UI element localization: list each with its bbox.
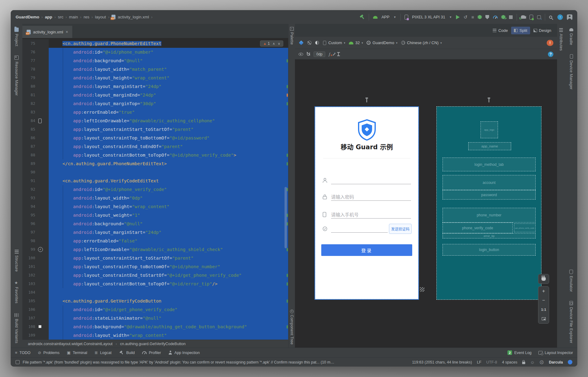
line-separator[interactable]: LF: [477, 360, 481, 364]
code-line[interactable]: 108 android:background="@drawable/authin…: [22, 322, 288, 331]
preview-account-field[interactable]: [322, 174, 411, 184]
tool-window-button-layout-inspector[interactable]: Layout Inspector: [538, 351, 573, 355]
tool-strip-item-device-manager[interactable]: Device Manager: [569, 54, 573, 89]
code-line[interactable]: 77 android:background="@null": [22, 56, 288, 65]
profiler-gauge-icon[interactable]: [493, 16, 498, 18]
code-line[interactable]: 88 app:layout_constraintBottom_toTopOf="…: [22, 151, 288, 159]
close-tab-icon[interactable]: ×: [66, 29, 68, 34]
run-button[interactable]: [456, 15, 460, 19]
tool-window-button-terminal[interactable]: ▣Terminal: [67, 351, 87, 355]
tool-window-toggle-icon[interactable]: [16, 360, 20, 364]
code-line[interactable]: 94 android:layout_height="wrap_content": [22, 202, 288, 211]
tool-strip-item-structure[interactable]: Structure: [14, 249, 19, 272]
blueprint-password[interactable]: password: [443, 190, 536, 200]
attach-debugger-icon[interactable]: [485, 15, 489, 19]
status-message[interactable]: File pattern '*.apk' (from 'bundled' plu…: [23, 360, 335, 364]
device-menu[interactable]: Custom ▾: [323, 40, 345, 45]
run-config-caret-icon[interactable]: ▼: [394, 16, 396, 19]
blueprint-phone_number[interactable]: phone_number: [443, 208, 536, 223]
blueprint-account[interactable]: account: [443, 175, 536, 190]
debug-button[interactable]: [478, 15, 481, 19]
tool-window-button-inspection[interactable]: App Inspection: [168, 351, 200, 355]
blueprint-app_name[interactable]: app_name: [468, 142, 511, 150]
tool-strip-item-emulator[interactable]: Emulator: [569, 270, 573, 292]
pan-hand-button[interactable]: [538, 274, 549, 284]
breadcrumb-item[interactable]: GuardDemo: [16, 15, 39, 19]
code-line[interactable]: 78 android:layout_width="match_parent": [22, 65, 288, 74]
preview-verify-code-field[interactable]: [322, 222, 388, 233]
blueprint-login_button[interactable]: login_button: [443, 244, 536, 256]
caret-position[interactable]: 119:63 (2051 chars, 44 line breaks): [412, 360, 472, 364]
guidelines-icon[interactable]: [338, 52, 339, 56]
build-hammer-icon[interactable]: [360, 14, 365, 20]
mode-code-button[interactable]: Code: [490, 27, 511, 34]
tool-strip-item-device-file-explorer[interactable]: Device File Explorer: [569, 301, 573, 343]
zoom-in-button[interactable]: +: [538, 287, 549, 296]
device-manager-icon[interactable]: [530, 15, 533, 20]
code-line[interactable]: 86 app:layout_constraintTop_toBottomOf="…: [22, 134, 288, 142]
tool-strip-item-resource-manager[interactable]: Resource Manager: [14, 55, 19, 96]
file-encoding[interactable]: UTF-8: [486, 360, 497, 364]
theme-menu[interactable]: GuardDemo ▾: [367, 40, 397, 45]
design-canvas[interactable]: 移动 Guard 示例 请输入密码 请输入手机号: [295, 59, 557, 348]
code-line[interactable]: 89 </cn.authing.guard.PhoneNumberEditTex…: [22, 159, 288, 168]
prev-problem-icon[interactable]: ∧: [273, 42, 275, 46]
tool-strip-item-favorites[interactable]: Favorites: [14, 281, 19, 303]
orientation-icon[interactable]: [307, 41, 311, 45]
code-line[interactable]: 90: [22, 168, 288, 177]
zoom-fit-button[interactable]: [538, 314, 549, 323]
blueprint-phone_verify_code[interactable]: phone_verify_code: [443, 223, 513, 233]
code-line[interactable]: 76 android:id="@+id/phone_number": [22, 48, 288, 56]
component-tree-tab[interactable]: Component Tree: [290, 310, 294, 345]
attributes-tab[interactable]: Attributes: [559, 28, 563, 51]
render-error-indicator[interactable]: !: [547, 40, 553, 46]
code-line[interactable]: 96 android:background="@null": [22, 219, 288, 228]
tool-window-button-profiler[interactable]: Profiler: [142, 351, 161, 355]
blueprint-app_logo[interactable]: app_logo: [481, 121, 498, 138]
tab-activity-login-xml[interactable]: activity_login.xml ×: [22, 26, 72, 38]
code-line[interactable]: 81 android:layout_marginEnd="24dp": [22, 91, 288, 99]
code-line[interactable]: 84 app:leftIconDrawable="@drawable/ic_au…: [22, 116, 288, 125]
xml-breadcrumb-parent[interactable]: androidx.constraintlayout.widget.Constra…: [28, 342, 113, 346]
tool-window-button-logcat[interactable]: ≣Logcat: [95, 351, 111, 355]
gradle-sync-icon[interactable]: ↻: [521, 15, 526, 19]
device-selector-label[interactable]: PIXEL 3 XL API 31: [412, 15, 445, 19]
code-line[interactable]: 97 android:layout_marginStart="24dp": [22, 228, 288, 237]
readonly-lock-icon[interactable]: [522, 362, 525, 364]
tool-strip-item-gradle[interactable]: Gradle: [569, 28, 573, 45]
help-icon[interactable]: ?: [548, 51, 553, 57]
tool-window-button-build[interactable]: Build: [119, 350, 135, 355]
profile-avatar[interactable]: [567, 14, 572, 20]
code-line[interactable]: 95 android:layout_weight="1": [22, 211, 288, 219]
code-line[interactable]: 109 android:layout_width="wrap_content": [22, 331, 288, 340]
tool-window-button-todo[interactable]: ≡TODO: [15, 351, 30, 355]
mode-split-button[interactable]: Split: [511, 27, 530, 34]
run-config-label[interactable]: APP: [382, 15, 390, 19]
blueprint-error_tip[interactable]: error_tip: [443, 233, 536, 238]
infer-constraints-icon[interactable]: [333, 53, 336, 56]
zoom-ratio-button[interactable]: 1:1: [538, 305, 549, 314]
profile-app-icon[interactable]: ↗: [502, 15, 505, 19]
preview-phone-field[interactable]: 请输入手机号: [322, 208, 411, 219]
night-mode-icon[interactable]: [315, 41, 319, 45]
indent-setting[interactable]: 4 spaces: [502, 360, 517, 364]
blueprint-login_method_tab[interactable]: login_method_tab: [443, 158, 536, 171]
code-line[interactable]: 93 android:layout_width="0dp": [22, 194, 288, 202]
tool-strip-item-project[interactable]: Project: [14, 28, 19, 46]
search-everywhere-icon[interactable]: [549, 16, 552, 19]
code-line[interactable]: 106 android:id="@+id/get_phone_verify_co…: [22, 305, 288, 314]
code-line[interactable]: 92 android:id="@+id/phone_verify_code": [22, 185, 288, 194]
happy-face-icon[interactable]: ☺: [530, 360, 534, 365]
tool-strip-item-build-variants[interactable]: Build Variants: [14, 313, 19, 343]
code-line[interactable]: 103 app:layout_constraintBottom_toTopOf=…: [22, 280, 288, 288]
code-line[interactable]: 82 android:layout_marginTop="30dp": [22, 99, 288, 108]
send-code-button[interactable]: 发送验证码: [389, 224, 412, 234]
breadcrumb-item[interactable]: res: [84, 15, 89, 19]
code-line[interactable]: 98 app:errorEnabled="false": [22, 237, 288, 245]
breadcrumb-item[interactable]: main: [69, 15, 78, 19]
api-version-menu[interactable]: 32 ▾: [349, 40, 363, 45]
breadcrumb-item[interactable]: app: [45, 15, 52, 19]
clear-constraints-icon[interactable]: ʃ×: [329, 52, 330, 56]
stop-button[interactable]: [509, 15, 513, 19]
breadcrumb-item[interactable]: layout: [95, 15, 106, 19]
